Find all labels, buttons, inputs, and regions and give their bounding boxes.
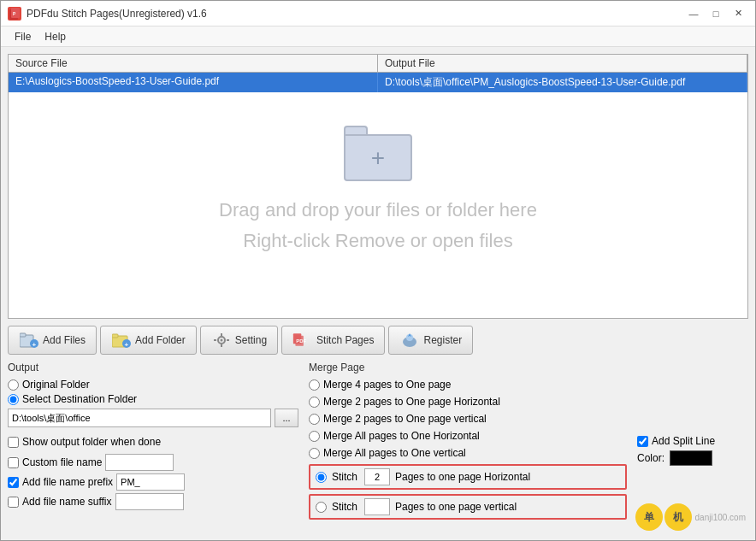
merge-all-h-radio[interactable] — [309, 431, 320, 442]
setting-label: Setting — [235, 334, 267, 346]
prefix-input[interactable] — [116, 473, 185, 491]
add-prefix-checkbox[interactable] — [8, 477, 19, 488]
maximize-button[interactable]: □ — [706, 5, 726, 22]
stitch-2-row[interactable]: Stitch Pages to one page vertical — [309, 494, 627, 520]
toolbar: + Add Files + Add Folder — [8, 326, 748, 355]
setting-icon — [211, 330, 232, 350]
stitch-pages-icon: PDF — [292, 330, 313, 350]
add-suffix-label: Add file name suffix — [22, 496, 112, 508]
merge-2h-row[interactable]: Merge 2 pages to One page Horizontal — [309, 396, 627, 408]
merge-4-radio[interactable] — [309, 379, 320, 391]
color-row: Color: — [637, 450, 748, 466]
merge-all-h-label: Merge All pages to One Horizontal — [323, 430, 480, 442]
minimize-button[interactable]: — — [683, 5, 704, 22]
merge-all-v-row[interactable]: Merge All pages to One vertical — [309, 447, 627, 459]
register-button[interactable]: Register — [388, 326, 473, 355]
watermark-icon: 单 — [635, 503, 663, 531]
watermark: 单 机 danji100.com — [635, 503, 746, 531]
svg-text:PDF: PDF — [296, 338, 306, 344]
custom-file-name-input[interactable] — [105, 454, 174, 471]
add-split-line-checkbox[interactable] — [637, 436, 648, 447]
merge-4-row[interactable]: Merge 4 pages to One page — [309, 379, 627, 391]
browse-button[interactable]: ... — [275, 409, 298, 427]
output-path-input[interactable] — [8, 409, 271, 427]
close-button[interactable]: ✕ — [728, 5, 748, 22]
stitch-1-label: Stitch — [332, 471, 357, 483]
select-destination-radio[interactable] — [8, 394, 19, 405]
add-folder-button[interactable]: + Add Folder — [100, 326, 197, 355]
prefix-row[interactable]: Add file name prefix — [8, 473, 298, 491]
drop-text-line1: Drag and drop your files or folder here — [219, 195, 537, 225]
merge-section: Merge Page Merge 4 pages to One page Mer… — [309, 362, 627, 521]
select-destination-label: Select Destination Folder — [22, 393, 137, 405]
select-dest-row[interactable]: Select Destination Folder — [8, 393, 298, 405]
stitch-1-row[interactable]: Stitch Pages to one page Horizontal — [309, 464, 627, 490]
merge-title: Merge Page — [309, 362, 627, 373]
show-output-folder-label: Show output folder when done — [22, 436, 161, 448]
add-files-label: Add Files — [43, 334, 86, 346]
svg-point-12 — [220, 339, 222, 342]
bottom-panel: Output Original Folder Select Destinatio… — [8, 362, 748, 521]
add-prefix-label: Add file name prefix — [22, 476, 113, 488]
source-file-header: Source File — [9, 55, 378, 72]
source-file-cell: E:\Auslogics-BoostSpeed-13-User-Guide.pd… — [9, 73, 378, 92]
drop-zone[interactable]: + Drag and drop your files or folder her… — [9, 92, 747, 289]
custom-file-name-checkbox[interactable] — [8, 457, 19, 468]
merge-2v-label: Merge 2 pages to One page vertical — [323, 413, 487, 425]
title-bar-left: P PDFdu Stitch Pages(Unregistered) v1.6 — [8, 7, 207, 21]
add-folder-label: Add Folder — [135, 334, 186, 346]
stitch-2-label: Stitch — [332, 501, 357, 513]
stitch-2-input[interactable] — [364, 498, 390, 515]
setting-button[interactable]: Setting — [200, 326, 278, 355]
add-files-icon: + — [19, 330, 39, 350]
add-split-line-row[interactable]: Add Split Line — [637, 435, 748, 447]
add-folder-icon: + — [111, 330, 132, 350]
suffix-input[interactable] — [115, 493, 184, 510]
drop-text-line2: Right-click Remove or open files — [219, 226, 537, 256]
add-files-button[interactable]: + Add Files — [8, 326, 97, 355]
stitch-pages-label: Stitch Pages — [316, 334, 374, 346]
file-table: Source File Output File E:\Auslogics-Boo… — [8, 54, 748, 319]
original-folder-radio[interactable] — [8, 379, 19, 391]
watermark-icon2: 机 — [664, 503, 692, 531]
color-picker[interactable] — [670, 450, 712, 466]
svg-rect-4 — [20, 333, 26, 337]
menu-bar: File Help — [1, 26, 755, 47]
show-output-folder-checkbox[interactable] — [8, 437, 19, 448]
stitch-pages-button[interactable]: PDF Stitch Pages — [281, 326, 385, 355]
menu-help[interactable]: Help — [38, 29, 73, 44]
merge-all-h-row[interactable]: Merge All pages to One Horizontal — [309, 430, 627, 442]
merge-all-v-radio[interactable] — [309, 448, 320, 459]
menu-file[interactable]: File — [8, 29, 38, 44]
title-bar: P PDFdu Stitch Pages(Unregistered) v1.6 … — [1, 1, 755, 26]
stitch-2-radio[interactable] — [316, 502, 327, 513]
file-table-header: Source File Output File — [9, 55, 747, 73]
custom-file-name-row[interactable]: Custom file name — [8, 454, 298, 471]
add-suffix-checkbox[interactable] — [8, 497, 19, 508]
merge-2v-radio[interactable] — [309, 414, 320, 425]
output-file-cell: D:\tools\桌面\office\PM_Auslogics-BoostSpe… — [378, 73, 747, 92]
table-row[interactable]: E:\Auslogics-BoostSpeed-13-User-Guide.pd… — [9, 73, 747, 92]
stitch-1-radio[interactable] — [316, 472, 327, 483]
window-controls[interactable]: — □ ✕ — [683, 5, 748, 22]
svg-rect-8 — [112, 334, 118, 338]
svg-text:+: + — [32, 341, 37, 349]
watermark-text: danji100.com — [695, 513, 746, 522]
merge-4-label: Merge 4 pages to One page — [323, 379, 451, 391]
right-options: Add Split Line Color: — [637, 362, 748, 521]
svg-text:+: + — [125, 341, 129, 349]
original-folder-row[interactable]: Original Folder — [8, 379, 298, 391]
merge-2h-radio[interactable] — [309, 397, 320, 408]
output-title: Output — [8, 362, 298, 373]
drop-zone-text: Drag and drop your files or folder here … — [219, 195, 537, 255]
register-label: Register — [423, 334, 462, 346]
folder-icon: + — [344, 126, 412, 181]
show-output-folder-row[interactable]: Show output folder when done — [8, 436, 298, 448]
merge-2v-row[interactable]: Merge 2 pages to One page vertical — [309, 413, 627, 425]
plus-icon: + — [371, 146, 385, 170]
path-row: ... — [8, 409, 298, 427]
stitch-1-input[interactable] — [364, 468, 390, 485]
suffix-row[interactable]: Add file name suffix — [8, 493, 298, 510]
output-file-header: Output File — [378, 55, 747, 72]
app-icon: P — [8, 7, 21, 21]
